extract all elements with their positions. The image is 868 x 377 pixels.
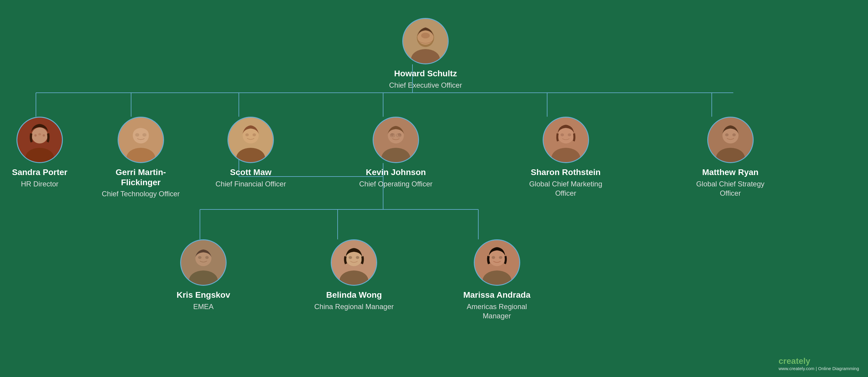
svg-point-67 <box>492 256 495 259</box>
svg-point-62 <box>349 256 352 259</box>
name-sandra: Sandra Porter <box>12 167 67 178</box>
title-howard: Chief Executive Officer <box>389 81 462 90</box>
photo-kris <box>181 240 226 285</box>
creately-watermark: creately www.creately.com | Online Diagr… <box>778 356 859 371</box>
svg-point-68 <box>499 256 502 259</box>
avatar-kevin <box>373 117 419 163</box>
node-ceo[interactable]: Howard Schultz Chief Executive Officer <box>389 18 462 90</box>
name-sharon: Sharon Rothstein <box>531 167 600 178</box>
title-gerri: Chief Technology Officer <box>102 189 180 198</box>
org-chart: Howard Schultz Chief Executive Officer S… <box>0 0 868 377</box>
avatar-howard <box>402 18 449 64</box>
photo-sharon <box>544 118 588 162</box>
svg-point-25 <box>34 134 37 137</box>
svg-point-58 <box>205 256 209 259</box>
avatar-kris <box>180 239 226 286</box>
title-matthew: Global Chief Strategy Officer <box>688 179 772 198</box>
title-sandra: HR Director <box>21 179 58 189</box>
svg-point-52 <box>725 133 728 136</box>
node-gerri[interactable]: Gerri Martin-Flickinger Chief Technology… <box>102 117 180 198</box>
name-marissa: Marissa Andrada <box>463 290 531 300</box>
node-matthew[interactable]: Matthew Ryan Global Chief Strategy Offic… <box>688 117 772 198</box>
photo-scott <box>228 118 273 162</box>
title-sharon: Global Chief Marketing Officer <box>524 179 608 198</box>
svg-point-30 <box>135 133 139 137</box>
photo-sandra <box>18 118 62 162</box>
svg-point-63 <box>356 256 360 259</box>
node-scott[interactable]: Scott Maw Chief Financial Officer <box>216 117 286 189</box>
node-sharon[interactable]: Sharon Rothstein Global Chief Marketing … <box>524 117 608 198</box>
creately-brand-text: creately <box>778 356 810 366</box>
svg-point-65 <box>489 250 505 266</box>
name-gerri: Gerri Martin-Flickinger <box>102 167 180 187</box>
svg-point-57 <box>198 256 202 259</box>
name-kevin: Kevin Johnson <box>366 167 426 178</box>
node-sandra[interactable]: Sandra Porter HR Director <box>12 117 67 189</box>
svg-point-47 <box>560 133 564 136</box>
title-belinda: China Regional Manager <box>314 302 394 311</box>
name-scott: Scott Maw <box>230 167 272 178</box>
svg-point-35 <box>245 133 249 136</box>
avatar-belinda <box>331 239 377 286</box>
node-marissa[interactable]: Marissa Andrada Americas Regional Manage… <box>455 239 539 320</box>
svg-point-48 <box>567 133 571 136</box>
svg-point-36 <box>253 133 256 136</box>
avatar-scott <box>227 117 274 163</box>
svg-point-20 <box>421 33 430 38</box>
title-scott: Chief Financial Officer <box>216 179 286 189</box>
name-kris: Kris Engskov <box>177 290 230 300</box>
avatar-sandra <box>17 117 63 163</box>
photo-belinda <box>332 240 376 285</box>
creately-tagline: www.creately.com | Online Diagramming <box>778 366 859 371</box>
avatar-sharon <box>542 117 589 163</box>
title-kris: EMEA <box>193 302 213 311</box>
svg-point-24 <box>38 133 41 135</box>
name-howard: Howard Schultz <box>394 68 457 79</box>
avatar-matthew <box>707 117 754 163</box>
name-belinda: Belinda Wong <box>326 290 382 300</box>
svg-point-53 <box>732 133 736 136</box>
node-kris[interactable]: Kris Engskov EMEA <box>177 239 230 311</box>
svg-point-31 <box>143 133 146 137</box>
avatar-marissa <box>474 239 520 286</box>
photo-kevin <box>374 118 418 162</box>
title-kevin: Chief Operating Officer <box>359 179 433 189</box>
photo-gerri <box>119 118 163 162</box>
node-kevin[interactable]: Kevin Johnson Chief Operating Officer <box>359 117 433 189</box>
svg-point-26 <box>43 134 45 137</box>
name-matthew: Matthew Ryan <box>702 167 758 178</box>
node-belinda[interactable]: Belinda Wong China Regional Manager <box>314 239 394 311</box>
photo-matthew <box>708 118 753 162</box>
photo-howard <box>403 19 448 63</box>
avatar-gerri <box>118 117 164 163</box>
title-marissa: Americas Regional Manager <box>455 302 539 320</box>
photo-marissa <box>475 240 519 285</box>
